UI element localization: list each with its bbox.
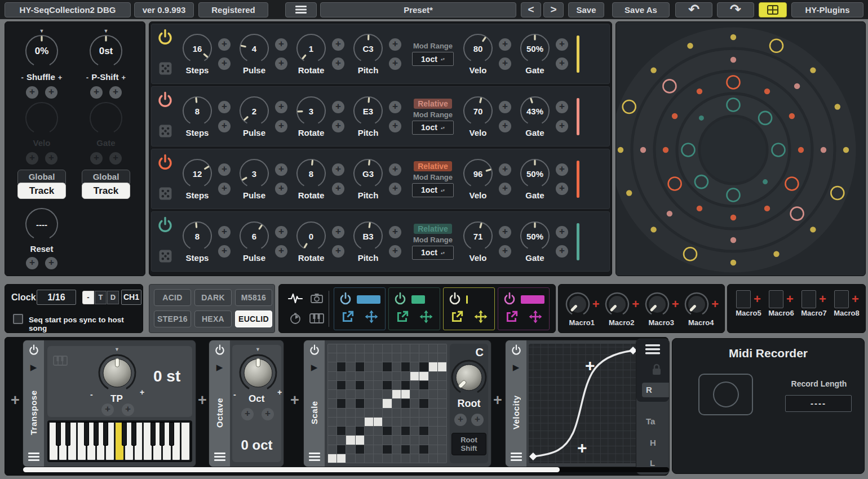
slot-assign-button[interactable] <box>419 310 433 326</box>
scale-cell[interactable] <box>374 445 382 454</box>
slot-power-button[interactable] <box>393 292 407 308</box>
increment-button[interactable]: + <box>275 120 287 132</box>
scale-cell[interactable] <box>401 409 410 417</box>
pshift-knob[interactable]: 0st <box>88 34 123 69</box>
increment-button[interactable]: + <box>389 226 401 238</box>
track-power-button[interactable] <box>157 29 174 48</box>
scale-cell[interactable] <box>328 362 336 371</box>
scale-cell[interactable] <box>438 399 446 407</box>
module-power-button[interactable] <box>511 344 522 358</box>
macro-slot-box[interactable] <box>834 290 849 308</box>
scale-cell[interactable] <box>419 344 428 353</box>
scale-cell[interactable] <box>429 372 437 380</box>
scale-cell[interactable] <box>346 353 355 362</box>
scale-cell[interactable] <box>328 344 336 353</box>
increment-button[interactable]: + <box>218 183 231 195</box>
record-length-value[interactable]: ---- <box>785 395 852 412</box>
scale-cell[interactable] <box>401 445 410 454</box>
module-play-icon[interactable]: ▶ <box>311 362 318 372</box>
scale-cell[interactable] <box>392 399 401 407</box>
scale-cell[interactable] <box>419 353 428 362</box>
scale-cell[interactable] <box>401 344 410 353</box>
mode-button-acid[interactable]: ACID <box>154 289 191 306</box>
increment-button[interactable]: + <box>556 38 568 51</box>
window-toggle-button[interactable] <box>759 2 787 17</box>
increment-button[interactable]: + <box>45 257 57 269</box>
scale-cell[interactable] <box>346 418 355 426</box>
scale-cell[interactable] <box>410 390 419 398</box>
save-button[interactable]: Save <box>568 2 604 17</box>
scale-cell[interactable] <box>374 381 382 389</box>
increment-button[interactable]: + <box>332 57 344 70</box>
increment-button[interactable]: + <box>332 183 344 195</box>
scale-cell[interactable] <box>337 418 346 426</box>
track-randomize-button[interactable] <box>158 61 172 78</box>
increment-button[interactable]: + <box>45 152 57 165</box>
scale-cell[interactable] <box>410 372 419 380</box>
increment-button[interactable]: + <box>556 101 568 113</box>
scale-cell[interactable] <box>438 390 446 398</box>
scale-cell[interactable] <box>346 390 355 398</box>
scale-cell[interactable] <box>374 362 382 371</box>
scale-cell[interactable] <box>429 427 437 435</box>
scale-cell[interactable] <box>419 436 428 444</box>
piano-black-key[interactable] <box>56 422 61 446</box>
track-option[interactable]: Track <box>17 183 66 199</box>
scale-cell[interactable] <box>356 372 364 380</box>
increment-button[interactable]: + <box>218 120 231 132</box>
root-knob[interactable] <box>450 358 488 397</box>
track-power-button[interactable] <box>157 154 174 173</box>
add-module-button[interactable]: + <box>290 392 299 409</box>
pulse-knob[interactable]: 6 <box>238 220 270 252</box>
slot-open-button[interactable] <box>396 310 409 326</box>
macro-assign-button[interactable]: + <box>592 297 600 312</box>
scale-cell[interactable] <box>401 427 410 435</box>
scale-cell[interactable] <box>419 372 428 380</box>
piano-black-key[interactable] <box>122 422 127 446</box>
dock-scrollbar[interactable] <box>23 467 669 472</box>
scale-cell[interactable] <box>438 381 446 389</box>
scale-cell[interactable] <box>356 381 364 389</box>
macro-assign-button[interactable]: + <box>786 292 794 307</box>
scale-cell[interactable] <box>365 418 373 426</box>
relative-badge[interactable]: Relative <box>414 224 452 234</box>
increment-button[interactable]: + <box>389 101 401 113</box>
scale-cell[interactable] <box>328 445 336 454</box>
scale-cell[interactable] <box>410 362 419 371</box>
pitch-knob[interactable]: C3 <box>352 33 384 64</box>
scale-cell[interactable] <box>410 427 419 435</box>
scale-cell[interactable] <box>356 454 364 463</box>
scale-cell[interactable] <box>383 409 391 417</box>
macro-assign-button[interactable]: + <box>754 292 761 307</box>
slot-open-button[interactable] <box>450 310 464 326</box>
module-drag-handle[interactable] <box>511 453 522 463</box>
increment-button[interactable]: + <box>45 86 57 99</box>
increment-button[interactable]: + <box>275 57 287 70</box>
pitch-knob[interactable]: G3 <box>352 158 384 189</box>
scale-cell[interactable] <box>401 362 410 371</box>
module-play-icon[interactable]: ▶ <box>30 362 37 372</box>
scale-cell[interactable] <box>392 454 401 463</box>
global-gate-knob[interactable] <box>88 101 123 136</box>
scale-cell[interactable] <box>419 390 428 398</box>
scale-cell[interactable] <box>410 454 419 463</box>
scale-cell[interactable] <box>383 445 391 454</box>
scale-cell[interactable] <box>383 454 391 463</box>
scale-cell[interactable] <box>374 353 382 362</box>
scale-cell[interactable] <box>429 390 437 398</box>
scale-cell[interactable] <box>383 344 391 353</box>
scale-cell[interactable] <box>410 381 419 389</box>
scale-cell[interactable] <box>419 362 428 371</box>
scale-cell[interactable] <box>401 390 410 398</box>
scale-cell[interactable] <box>410 353 419 362</box>
curve-add-point[interactable]: + <box>585 356 595 375</box>
slot-power-button[interactable] <box>503 292 516 308</box>
piano-black-key[interactable] <box>103 422 108 446</box>
macro-assign-button[interactable]: + <box>852 292 859 307</box>
scale-cell[interactable] <box>429 362 437 371</box>
scale-cell[interactable] <box>429 418 437 426</box>
root-knob[interactable] <box>450 358 488 399</box>
rotate-knob[interactable]: 1 <box>295 33 327 64</box>
increment-button[interactable]: + <box>499 120 511 132</box>
scale-cell[interactable] <box>365 390 373 398</box>
